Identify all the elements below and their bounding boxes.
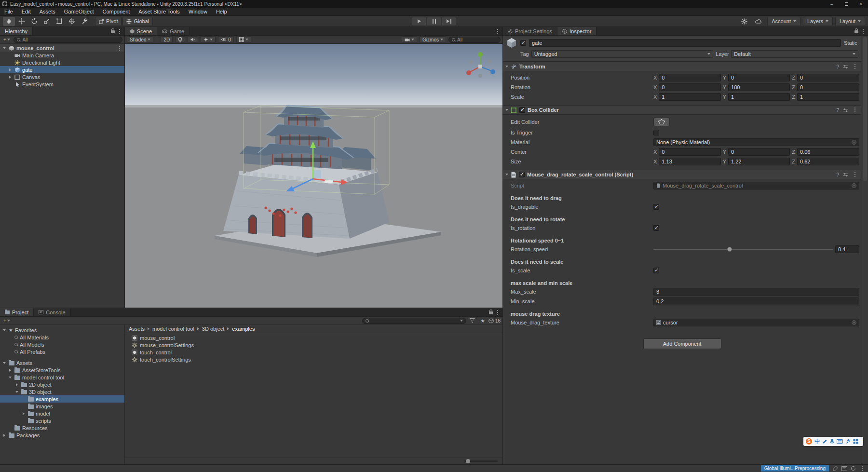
folder-2d-object[interactable]: 2D object: [0, 381, 124, 388]
preset-icon[interactable]: [843, 173, 848, 177]
box-collider-header[interactable]: Box Collider ?: [503, 105, 861, 115]
ime-toolbar[interactable]: S 中: [803, 437, 863, 446]
tag-dropdown[interactable]: Untagged: [531, 50, 713, 58]
account-dropdown[interactable]: Account: [767, 17, 800, 26]
min-scale-field[interactable]: 0.2: [653, 297, 859, 305]
object-picker-icon[interactable]: [852, 183, 856, 188]
keyboard-icon[interactable]: [837, 439, 843, 444]
menu-file[interactable]: File: [0, 9, 17, 14]
favorites-root[interactable]: ★ Favorites: [0, 326, 124, 334]
menu-window[interactable]: Window: [184, 9, 212, 14]
component-enabled-checkbox[interactable]: [519, 107, 525, 113]
rect-tool-button[interactable]: [53, 17, 65, 26]
foldout-slot[interactable]: [2, 47, 7, 49]
breadcrumb-assets[interactable]: Assets: [129, 326, 145, 332]
tab-hierarchy[interactable]: Hierarchy: [0, 27, 33, 35]
lighting-progress-status[interactable]: Global Illumi...Preprocessing: [761, 465, 829, 472]
kebab-menu-icon[interactable]: [854, 174, 855, 175]
asset-touch-control[interactable]: touch_control: [125, 349, 502, 356]
mic-icon[interactable]: [830, 439, 834, 445]
layers-dropdown[interactable]: Layers: [803, 17, 833, 26]
help-icon[interactable]: ?: [836, 172, 839, 177]
cloud-button[interactable]: [753, 17, 765, 26]
foldout-open-icon[interactable]: [505, 109, 508, 111]
tab-scene[interactable]: Scene: [125, 27, 157, 35]
play-button[interactable]: [412, 17, 426, 26]
folder-examples[interactable]: examples: [0, 395, 124, 403]
size-z-field[interactable]: 0.62: [797, 158, 859, 165]
kebab-menu-icon[interactable]: [862, 468, 863, 469]
foldout-slot[interactable]: [8, 68, 13, 71]
visibility-toggle[interactable]: 0: [218, 36, 234, 43]
static-dropdown[interactable]: Static: [844, 40, 858, 46]
hierarchy-item-eventsystem[interactable]: EventSystem: [0, 81, 124, 88]
effects-dropdown[interactable]: [201, 36, 216, 43]
folder-images[interactable]: images: [0, 403, 124, 410]
minimize-button[interactable]: –: [825, 0, 839, 8]
size-x-field[interactable]: 1.13: [659, 158, 720, 165]
camera-settings-dropdown[interactable]: [402, 36, 417, 43]
breadcrumb-examples[interactable]: examples: [232, 326, 255, 332]
asset-mouse-control-settings[interactable]: mouse_controlSettings: [125, 341, 502, 349]
grid-icon[interactable]: [853, 439, 858, 444]
component-enabled-checkbox[interactable]: [519, 172, 525, 177]
tab-game[interactable]: Game: [157, 27, 190, 35]
menu-asset-store-tools[interactable]: Asset Store Tools: [134, 9, 184, 14]
foldout-open-icon[interactable]: [505, 174, 508, 175]
scene-canvas[interactable]: [125, 44, 502, 308]
center-x-field[interactable]: 0: [659, 148, 720, 156]
maximize-button[interactable]: [839, 0, 854, 8]
asset-mouse-control[interactable]: mouse_control: [125, 334, 502, 341]
draw-mode-dropdown[interactable]: Shaded: [127, 36, 153, 43]
lock-icon[interactable]: [489, 311, 493, 314]
favorite-all-prefabs[interactable]: All Prefabs: [0, 348, 124, 355]
kebab-menu-icon[interactable]: [497, 31, 498, 32]
hierarchy-item-main-camera[interactable]: Main Camera: [0, 52, 124, 59]
menu-component[interactable]: Component: [98, 9, 134, 14]
slider-thumb[interactable]: [727, 247, 732, 252]
inspector-scrollbar[interactable]: [862, 36, 868, 464]
create-asset-button[interactable]: +: [2, 318, 12, 324]
material-object-field[interactable]: None (Physic Material): [653, 138, 859, 146]
thumbnail-zoom-slider[interactable]: [464, 460, 498, 462]
folder-scripts[interactable]: scripts: [0, 417, 124, 424]
help-icon[interactable]: ?: [836, 64, 839, 69]
position-x-field[interactable]: 0: [659, 74, 720, 81]
scale-tool-button[interactable]: [41, 17, 53, 26]
center-z-field[interactable]: 0.06: [797, 148, 859, 156]
preset-icon[interactable]: [843, 65, 848, 69]
hierarchy-item-gate[interactable]: gate: [0, 66, 124, 73]
hidden-packages-chip[interactable]: 16: [488, 318, 501, 324]
services-button[interactable]: [738, 17, 750, 26]
menu-help[interactable]: Help: [212, 9, 231, 14]
global-toggle[interactable]: Global: [122, 17, 153, 26]
transform-header[interactable]: Transform ?: [503, 62, 861, 71]
asset-touch-control-settings[interactable]: touch_controlSettings: [125, 356, 502, 363]
pause-button[interactable]: [427, 17, 441, 26]
active-checkbox[interactable]: [520, 40, 526, 46]
tab-project-settings[interactable]: Project Settings: [503, 27, 557, 35]
wrench-icon[interactable]: [845, 439, 851, 444]
paintbrush-icon[interactable]: [832, 466, 838, 471]
scale-z-field[interactable]: 1: [797, 93, 859, 101]
hierarchy-item-directional-light[interactable]: Directional Light: [0, 59, 124, 66]
tab-inspector[interactable]: Inspector: [557, 27, 597, 35]
search-by-type-button[interactable]: [468, 318, 477, 323]
lock-icon[interactable]: [854, 30, 858, 33]
assets-root[interactable]: Assets: [0, 359, 124, 366]
gameobject-name-field[interactable]: gate: [529, 39, 841, 47]
project-search-input[interactable]: [362, 318, 466, 324]
ime-language-toggle[interactable]: 中: [814, 439, 820, 444]
foldout-slot[interactable]: [8, 76, 13, 79]
rotation-x-field[interactable]: 0: [659, 83, 720, 91]
is-dragable-checkbox[interactable]: [653, 204, 659, 210]
folder-resources[interactable]: Resources: [0, 424, 124, 432]
packages-root[interactable]: Packages: [0, 432, 124, 439]
object-picker-icon[interactable]: [852, 140, 856, 145]
foldout-open-icon[interactable]: [505, 66, 508, 67]
menu-gameobject[interactable]: GameObject: [60, 9, 98, 14]
create-object-button[interactable]: +: [2, 37, 12, 42]
help-icon[interactable]: ?: [836, 108, 839, 113]
gizmos-dropdown[interactable]: Gizmos: [420, 36, 446, 43]
edit-collider-button[interactable]: [653, 118, 670, 126]
